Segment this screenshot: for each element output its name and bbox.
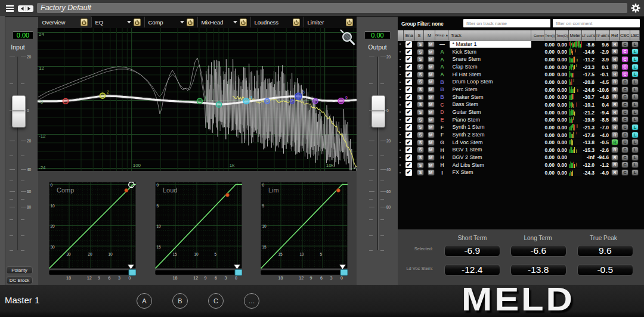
svg-text:15: 15 <box>262 244 267 248</box>
svg-text:24: 24 <box>39 32 44 37</box>
svg-text:4: 4 <box>250 95 252 100</box>
svg-text:Loud: Loud <box>163 187 177 194</box>
svg-text:0: 0 <box>50 182 52 187</box>
svg-text:10k: 10k <box>326 163 335 168</box>
svg-text:5: 5 <box>262 203 265 207</box>
svg-text:5: 5 <box>303 90 305 94</box>
svg-text:10: 10 <box>300 252 305 256</box>
svg-text:-0: -0 <box>39 100 44 105</box>
svg-text:3: 3 <box>204 96 206 100</box>
svg-text:10: 10 <box>157 224 162 228</box>
svg-text:0: 0 <box>157 182 159 187</box>
svg-text:15: 15 <box>157 244 162 248</box>
svg-text:5: 5 <box>157 203 159 207</box>
svg-text:5: 5 <box>320 252 323 256</box>
svg-text:20: 20 <box>88 252 92 256</box>
svg-text:-12: -12 <box>39 133 46 139</box>
svg-text:10: 10 <box>50 203 55 207</box>
svg-text:15: 15 <box>278 252 283 256</box>
svg-text:2: 2 <box>107 90 109 94</box>
svg-text:12: 12 <box>39 66 44 71</box>
svg-text:5: 5 <box>215 252 217 256</box>
svg-text:-24: -24 <box>39 165 46 170</box>
svg-text:20: 20 <box>50 224 55 228</box>
svg-text:30: 30 <box>66 252 71 256</box>
svg-text:100: 100 <box>133 163 141 168</box>
svg-text:30: 30 <box>50 244 55 248</box>
svg-text:10: 10 <box>194 252 199 256</box>
svg-text:0: 0 <box>262 182 265 187</box>
svg-text:1k: 1k <box>230 163 235 168</box>
svg-text:15: 15 <box>173 252 178 256</box>
svg-text:Comp: Comp <box>57 187 74 194</box>
svg-text:Lim: Lim <box>268 187 279 194</box>
svg-text:10: 10 <box>262 224 267 228</box>
svg-text:10: 10 <box>108 252 113 256</box>
svg-text:6: 6 <box>345 95 348 100</box>
